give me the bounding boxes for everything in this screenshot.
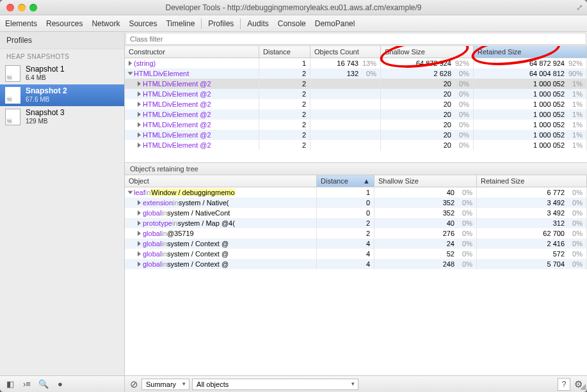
rows-bottom[interactable]: leaf in Window / debuggingmemo1400%6 772… <box>125 187 587 375</box>
separator <box>240 19 241 29</box>
table-row[interactable]: extension in system / Native(03520%3 492… <box>125 198 587 208</box>
rows-top[interactable]: (string)116 74313%64 872 92492%64 872 92… <box>125 58 587 162</box>
retaining-grid: Object Distance▲ Shallow Size Retained S… <box>125 175 587 375</box>
table-row[interactable]: HTMLDivElement @22200%1 000 0521% <box>125 109 587 120</box>
table-row[interactable]: global in system / Context @4240%2 4160% <box>125 239 587 249</box>
col-distance[interactable]: Distance <box>259 46 310 58</box>
retaining-tree-title: Object's retaining tree <box>125 162 587 175</box>
snapshot-name: Snapshot 2 <box>26 87 67 96</box>
record-icon[interactable]: ● <box>55 379 65 389</box>
col-retained-size[interactable]: Retained Size <box>474 46 587 58</box>
separator <box>201 19 202 29</box>
objects-select[interactable]: All objects <box>192 379 358 390</box>
titlebar[interactable]: Developer Tools - http://debuggingmemory… <box>0 0 587 15</box>
view-select[interactable]: Summary <box>141 379 189 390</box>
snapshot-size: 67.6 MB <box>26 96 67 104</box>
tab-demopanel[interactable]: DemoPanel <box>315 19 355 28</box>
table-row[interactable]: global in system / Context @4520%5720% <box>125 249 587 259</box>
col-distance[interactable]: Distance▲ <box>317 175 374 187</box>
snapshot-icon <box>5 87 20 104</box>
sidebar-title: Profiles <box>0 32 124 49</box>
col-constructor[interactable]: Constructor <box>125 46 259 58</box>
grid-header: Constructor Distance Objects Count Shall… <box>125 46 587 58</box>
tab-resources[interactable]: Resources <box>46 19 83 28</box>
table-row[interactable]: HTMLDivElement @22200%1 000 0521% <box>125 99 587 109</box>
tab-audits[interactable]: Audits <box>247 19 268 28</box>
resize-grip-icon[interactable]: ◢ <box>580 382 586 391</box>
col-shallow-size[interactable]: Shallow Size <box>374 175 477 187</box>
dock-icon[interactable]: ◧ <box>5 379 15 389</box>
table-row[interactable]: HTMLDivElement @22200%1 000 0521% <box>125 130 587 140</box>
expand-icon[interactable]: ⤢ <box>576 3 583 12</box>
col-objects-count[interactable]: Objects Count <box>310 46 381 58</box>
devtools-window: Developer Tools - http://debuggingmemory… <box>0 0 587 392</box>
constructors-grid: Constructor Distance Objects Count Shall… <box>125 46 587 162</box>
snapshot-item[interactable]: Snapshot 16.4 MB <box>0 63 124 84</box>
table-row[interactable]: global in system / Context @42480%5 7040… <box>125 259 587 269</box>
table-row[interactable]: leaf in Window / debuggingmemo1400%6 772… <box>125 187 587 198</box>
table-row[interactable]: HTMLDivElement @22200%1 000 0521% <box>125 120 587 130</box>
sidebar-section: HEAP SNAPSHOTS <box>0 49 124 63</box>
table-row[interactable]: HTMLDivElement @22200%1 000 0521% <box>125 79 587 89</box>
profiles-sidebar: Profiles HEAP SNAPSHOTS Snapshot 16.4 MB… <box>0 32 125 375</box>
table-row[interactable]: HTMLDivElement21320%2 6280%64 004 81290% <box>125 68 587 79</box>
main-panel: Constructor Distance Objects Count Shall… <box>125 32 587 375</box>
snapshot-icon <box>5 109 20 125</box>
zoom-window-button[interactable] <box>29 4 37 12</box>
snapshot-size: 129 MB <box>26 118 65 125</box>
statusbar: ◧ ›≡ 🔍 ● ⊘ Summary All objects ? ⚙ <box>0 375 587 392</box>
tab-network[interactable]: Network <box>92 19 120 28</box>
col-shallow-size[interactable]: Shallow Size <box>381 46 474 58</box>
clear-icon[interactable]: ⊘ <box>129 379 139 389</box>
grid-header: Object Distance▲ Shallow Size Retained S… <box>125 175 587 187</box>
snapshot-item[interactable]: Snapshot 267.6 MB <box>0 84 124 106</box>
snapshot-size: 6.4 MB <box>26 74 65 82</box>
snapshot-name: Snapshot 1 <box>26 65 65 74</box>
snapshot-name: Snapshot 3 <box>26 109 65 118</box>
table-row[interactable]: (string)116 74313%64 872 92492%64 872 92… <box>125 58 587 68</box>
tab-sources[interactable]: Sources <box>129 19 157 28</box>
help-button[interactable]: ? <box>558 378 570 391</box>
search-icon[interactable]: 🔍 <box>38 379 49 389</box>
close-window-button[interactable] <box>6 4 14 12</box>
tab-profiles[interactable]: Profiles <box>208 19 234 28</box>
table-row[interactable]: HTMLDivElement @22200%1 000 0521% <box>125 89 587 99</box>
tab-console[interactable]: Console <box>278 19 306 28</box>
devtools-tabs: Elements Resources Network Sources Timel… <box>0 15 587 32</box>
window-controls <box>6 4 37 12</box>
table-row[interactable]: global in @3571922760%62 7000% <box>125 228 587 239</box>
table-row[interactable]: prototype in system / Map @4(2400%3120% <box>125 218 587 228</box>
tab-timeline[interactable]: Timeline <box>166 19 195 28</box>
window-title: Developer Tools - http://debuggingmemory… <box>0 3 587 12</box>
snapshot-icon <box>5 65 20 82</box>
table-row[interactable]: HTMLDivElement @22200%1 000 0521% <box>125 140 587 150</box>
tab-elements[interactable]: Elements <box>5 19 37 28</box>
filter-bar <box>125 32 587 46</box>
col-retained-size[interactable]: Retained Size <box>477 175 587 187</box>
minimize-window-button[interactable] <box>18 4 26 12</box>
console-icon[interactable]: ›≡ <box>22 379 32 389</box>
snapshot-item[interactable]: Snapshot 3129 MB <box>0 106 124 128</box>
table-row[interactable]: global in system / NativeCont03520%3 492… <box>125 208 587 218</box>
col-object[interactable]: Object <box>125 175 317 187</box>
class-filter-input[interactable] <box>125 33 586 45</box>
